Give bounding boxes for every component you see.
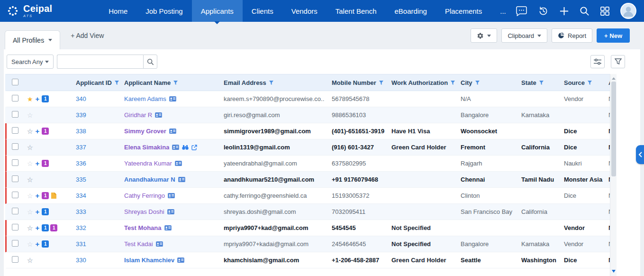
- chat-icon[interactable]: [516, 6, 527, 16]
- count-badge[interactable]: 1: [50, 224, 57, 231]
- add-view-button[interactable]: + Add View: [71, 32, 104, 39]
- count-badge[interactable]: 1: [42, 95, 49, 102]
- applicant-id-link[interactable]: 337: [76, 144, 86, 151]
- row-checkbox[interactable]: [12, 159, 18, 166]
- filter-icon[interactable]: [588, 81, 592, 85]
- star-icon[interactable]: ☆: [27, 128, 33, 135]
- vertical-scrollbar[interactable]: [610, 74, 617, 276]
- nav-item-applicants[interactable]: Applicants: [192, 0, 243, 22]
- row-checkbox[interactable]: [12, 240, 18, 247]
- col-header-applicant-id[interactable]: Applicant ID: [72, 79, 120, 86]
- applicant-name-link[interactable]: Kareem Adams: [124, 95, 166, 102]
- row-checkbox[interactable]: [12, 208, 18, 214]
- contact-card-icon[interactable]: [168, 193, 175, 198]
- table-row[interactable]: ★ + 1 340 Kareem Adams kareem: [5, 91, 610, 107]
- scroll-down-arrow[interactable]: [612, 270, 616, 275]
- star-icon[interactable]: ★: [27, 96, 33, 102]
- contact-card-icon[interactable]: [169, 96, 176, 101]
- star-icon[interactable]: ☆: [27, 144, 33, 151]
- applicant-name-link[interactable]: Giridhar R: [124, 111, 152, 119]
- nav-item-talent-bench[interactable]: Talent Bench: [327, 0, 386, 22]
- row-checkbox[interactable]: [12, 111, 18, 118]
- quick-add-icon[interactable]: +: [36, 224, 40, 231]
- filter-icon[interactable]: [173, 81, 178, 85]
- count-badge[interactable]: 1: [42, 128, 49, 135]
- star-icon[interactable]: ☆: [27, 209, 33, 215]
- applicant-id-link[interactable]: 335: [76, 176, 86, 183]
- table-row[interactable]: ☆ + 1 333 Shreyas Doshi shrey: [5, 204, 610, 220]
- quick-add-icon[interactable]: +: [36, 160, 40, 167]
- table-row[interactable]: ☆ 330 Islam Khamchiev khamc: [5, 252, 610, 268]
- filter-icon[interactable]: [379, 81, 383, 85]
- new-button[interactable]: + New: [597, 28, 630, 43]
- applicant-name-link[interactable]: Islam Khamchiev: [124, 257, 174, 264]
- table-row[interactable]: ☆ + 11 332 Test Mohana mpriya: [5, 220, 610, 236]
- advanced-filter-button[interactable]: [590, 55, 605, 68]
- applicant-id-link[interactable]: 336: [76, 160, 86, 167]
- row-checkbox[interactable]: [12, 224, 18, 230]
- filter-icon[interactable]: [539, 81, 544, 85]
- row-checkbox[interactable]: [12, 143, 18, 150]
- nav-item-more[interactable]: ...: [491, 0, 515, 22]
- star-icon[interactable]: ☆: [27, 112, 33, 119]
- contact-card-icon[interactable]: [178, 177, 185, 182]
- apps-grid-icon[interactable]: [600, 6, 610, 16]
- applicant-id-link[interactable]: 331: [76, 240, 86, 248]
- scroll-up-arrow[interactable]: [612, 75, 616, 80]
- applicant-id-link[interactable]: 340: [76, 95, 86, 102]
- col-header-mobile[interactable]: Mobile Number: [328, 79, 388, 86]
- collapse-panel-tab[interactable]: [636, 145, 644, 164]
- filter-icon[interactable]: [451, 81, 455, 85]
- count-badge[interactable]: 1: [42, 160, 49, 167]
- contact-card-icon[interactable]: [177, 258, 184, 263]
- col-header-work-authorization[interactable]: Work Authorization: [388, 79, 457, 86]
- clipboard-button[interactable]: Clipboard: [501, 28, 547, 43]
- quick-add-icon[interactable]: +: [36, 240, 40, 248]
- filter-icon[interactable]: [475, 81, 480, 85]
- note-icon[interactable]: [51, 193, 56, 199]
- search-submit-button[interactable]: [143, 55, 157, 69]
- table-row[interactable]: ☆ + 1 336 Yateendra Kumar yat: [5, 156, 610, 172]
- row-checkbox[interactable]: [12, 175, 18, 182]
- applicant-name-link[interactable]: Simmy Grover: [124, 128, 166, 135]
- report-button[interactable]: Report: [552, 28, 592, 43]
- quick-add-icon[interactable]: +: [36, 95, 40, 102]
- col-header-email[interactable]: Email Address: [220, 79, 328, 86]
- nav-item-home[interactable]: Home: [100, 0, 136, 22]
- applicant-name-link[interactable]: Anandhakumar N: [124, 176, 175, 183]
- contact-card-icon[interactable]: [155, 112, 162, 118]
- table-row[interactable]: ☆ + 1 331 Test Kadai mpriya99: [5, 236, 610, 252]
- row-checkbox[interactable]: [12, 127, 18, 134]
- select-all-checkbox[interactable]: [12, 79, 18, 85]
- applicant-name-link[interactable]: Yateendra Kumar: [124, 160, 172, 167]
- quick-add-icon[interactable]: +: [36, 128, 40, 135]
- contact-card-icon[interactable]: [156, 241, 163, 247]
- avatar[interactable]: [620, 3, 636, 19]
- row-checkbox[interactable]: [12, 192, 18, 198]
- applicant-name-link[interactable]: Shreyas Doshi: [124, 208, 164, 215]
- nav-item-clients[interactable]: Clients: [243, 0, 282, 22]
- applicant-id-link[interactable]: 332: [76, 224, 86, 231]
- star-icon[interactable]: ☆: [27, 257, 33, 264]
- binoculars-icon[interactable]: [182, 145, 189, 150]
- table-row[interactable]: ☆ 337 Elena Simakina leolin: [5, 139, 610, 156]
- table-row[interactable]: ☆ + 1 334 Cathy Ferringo cath: [5, 188, 610, 204]
- contact-card-icon[interactable]: [175, 161, 182, 166]
- search-scope-select[interactable]: Search Any: [7, 55, 54, 69]
- applicant-id-link[interactable]: 330: [76, 257, 86, 264]
- external-link-icon[interactable]: [191, 145, 197, 150]
- brand-logo[interactable]: Ceipal ATS: [0, 0, 59, 22]
- nav-item-placements[interactable]: Placements: [436, 0, 491, 22]
- applicant-name-link[interactable]: Cathy Ferringo: [124, 192, 165, 199]
- count-badge[interactable]: 1: [42, 224, 49, 231]
- applicant-id-link[interactable]: 338: [76, 128, 86, 135]
- col-header-state[interactable]: State: [517, 79, 560, 86]
- table-row[interactable]: ☆ 335 Anandhakumar N anandh: [5, 172, 610, 188]
- applicant-name-link[interactable]: Test Mohana: [124, 224, 162, 231]
- filter-icon[interactable]: [269, 81, 273, 85]
- row-checkbox[interactable]: [12, 256, 18, 263]
- nav-item-vendors[interactable]: Vendors: [282, 0, 327, 22]
- quick-add-icon[interactable]: +: [36, 192, 40, 199]
- filter-icon[interactable]: [115, 81, 119, 85]
- applicant-name-link[interactable]: Elena Simakina: [124, 144, 169, 151]
